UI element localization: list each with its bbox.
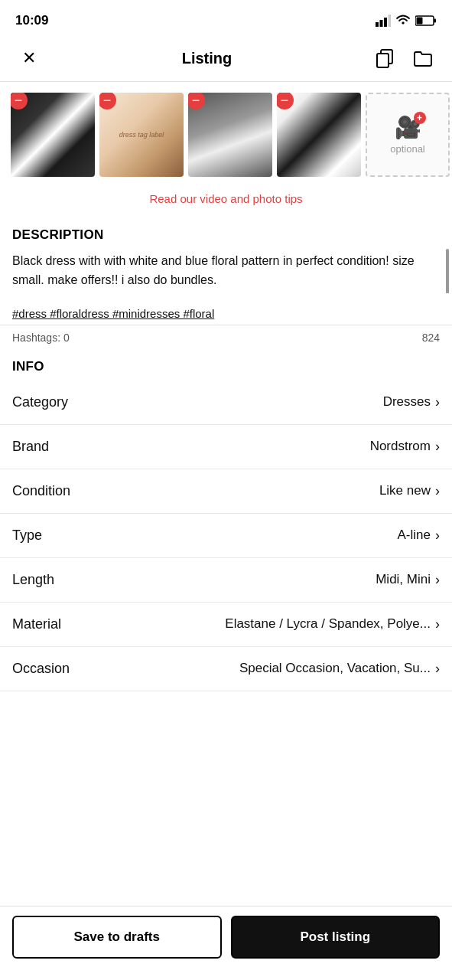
hashtags-text[interactable]: #dress #floraldress #minidresses #floral bbox=[12, 307, 440, 320]
copy-button[interactable] bbox=[371, 44, 398, 72]
info-value-type: A-line bbox=[398, 528, 431, 543]
chevron-icon-type: › bbox=[435, 528, 440, 544]
info-value-length: Midi, Mini bbox=[376, 572, 431, 587]
scroll-thumb bbox=[446, 249, 449, 293]
info-value-brand: Nordstrom bbox=[370, 439, 431, 454]
info-title: INFO bbox=[0, 350, 452, 381]
header-actions bbox=[371, 44, 437, 72]
info-label-occasion: Occasion bbox=[12, 661, 70, 677]
info-label-category: Category bbox=[12, 394, 68, 410]
photo-4[interactable]: − bbox=[277, 93, 361, 177]
add-video-button[interactable]: 🎥 + optional bbox=[366, 93, 450, 177]
chevron-icon-length: › bbox=[435, 572, 440, 588]
description-title: DESCRIPTION bbox=[0, 218, 452, 249]
signal-icon bbox=[376, 15, 391, 27]
page-title: Listing bbox=[182, 50, 233, 67]
video-tips-section: Read our video and photo tips bbox=[0, 185, 452, 218]
svg-rect-5 bbox=[434, 19, 437, 23]
battery-icon bbox=[415, 15, 437, 27]
info-row-material[interactable]: Material Elastane / Lycra / Spandex, Pol… bbox=[0, 603, 452, 647]
photo-2[interactable]: dress tag label − bbox=[99, 93, 184, 177]
status-icons bbox=[376, 15, 437, 27]
bottom-bar: Save to drafts Post listing bbox=[0, 906, 452, 980]
description-section: DESCRIPTION Black dress with with white … bbox=[0, 218, 452, 350]
chevron-icon-condition: › bbox=[435, 483, 440, 499]
svg-rect-8 bbox=[377, 54, 389, 67]
hashtag-count: Hashtags: 0 bbox=[12, 332, 70, 344]
post-listing-button[interactable]: Post listing bbox=[231, 916, 441, 959]
photos-row: − dress tag label − − − 🎥 bbox=[11, 93, 441, 177]
plus-badge: + bbox=[414, 112, 426, 124]
photo-3[interactable]: − bbox=[188, 93, 272, 177]
svg-rect-2 bbox=[384, 18, 387, 27]
status-bar: 10:09 bbox=[0, 0, 452, 38]
info-value-group-brand: Nordstrom › bbox=[370, 439, 440, 455]
info-value-group-category: Dresses › bbox=[383, 394, 440, 410]
status-time: 10:09 bbox=[15, 13, 48, 28]
info-value-group-condition: Like new › bbox=[379, 483, 440, 499]
chevron-icon-category: › bbox=[435, 394, 440, 410]
folder-icon bbox=[413, 48, 433, 68]
info-row-category[interactable]: Category Dresses › bbox=[0, 381, 452, 425]
info-label-brand: Brand bbox=[12, 439, 49, 455]
main-content: − dress tag label − − − 🎥 bbox=[0, 82, 452, 783]
header: ✕ Listing bbox=[0, 38, 452, 82]
info-value-condition: Like new bbox=[379, 483, 431, 498]
chevron-icon-brand: › bbox=[435, 439, 440, 455]
info-row-length[interactable]: Length Midi, Mini › bbox=[0, 558, 452, 603]
info-value-material: Elastane / Lycra / Spandex, Polye... bbox=[225, 616, 431, 632]
copy-icon bbox=[375, 48, 395, 68]
svg-rect-3 bbox=[389, 15, 392, 27]
chevron-icon-material: › bbox=[435, 616, 440, 632]
svg-rect-1 bbox=[380, 20, 383, 27]
info-value-group-length: Midi, Mini › bbox=[376, 572, 440, 588]
info-row-type[interactable]: Type A-line › bbox=[0, 514, 452, 558]
description-wrapper: Black dress with with white and blue flo… bbox=[0, 249, 452, 293]
photo-1[interactable]: − bbox=[11, 93, 95, 177]
info-value-category: Dresses bbox=[383, 394, 431, 410]
hashtag-count-row: Hashtags: 0 824 bbox=[0, 325, 452, 350]
info-label-type: Type bbox=[12, 528, 42, 544]
chevron-icon-occasion: › bbox=[435, 661, 440, 677]
info-label-material: Material bbox=[12, 616, 61, 632]
char-count: 824 bbox=[422, 332, 440, 344]
save-drafts-button[interactable]: Save to drafts bbox=[12, 916, 222, 959]
wifi-icon bbox=[395, 15, 411, 27]
info-value-group-occasion: Special Occasion, Vacation, Su... › bbox=[239, 661, 440, 677]
optional-label: optional bbox=[390, 143, 425, 155]
description-text[interactable]: Black dress with with white and blue flo… bbox=[12, 252, 440, 290]
info-value-group-material: Elastane / Lycra / Spandex, Polye... › bbox=[225, 616, 440, 632]
photos-section: − dress tag label − − − 🎥 bbox=[0, 82, 452, 185]
svg-rect-0 bbox=[376, 22, 379, 27]
info-section: INFO Category Dresses › Brand Nordstrom … bbox=[0, 350, 452, 691]
info-label-condition: Condition bbox=[12, 483, 70, 499]
folder-button[interactable] bbox=[409, 44, 437, 72]
info-label-length: Length bbox=[12, 572, 54, 588]
info-value-group-type: A-line › bbox=[398, 528, 440, 544]
video-add-icon: 🎥 + bbox=[395, 115, 421, 140]
close-button[interactable]: ✕ bbox=[15, 44, 43, 72]
info-row-occasion[interactable]: Occasion Special Occasion, Vacation, Su.… bbox=[0, 647, 452, 691]
info-row-condition[interactable]: Condition Like new › bbox=[0, 469, 452, 514]
info-row-brand[interactable]: Brand Nordstrom › bbox=[0, 425, 452, 469]
svg-rect-6 bbox=[417, 18, 423, 24]
video-tips-link[interactable]: Read our video and photo tips bbox=[149, 192, 302, 205]
info-value-occasion: Special Occasion, Vacation, Su... bbox=[239, 661, 431, 676]
